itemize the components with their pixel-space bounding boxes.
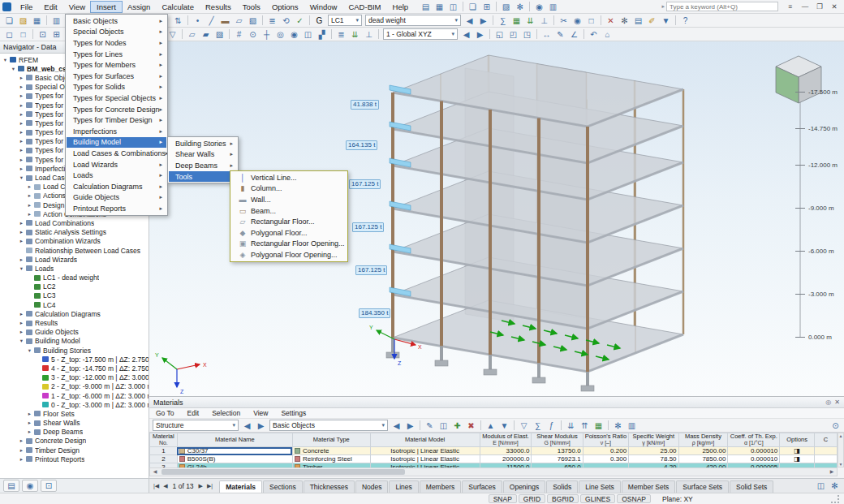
coordinate-system-select[interactable]: 1 - Global XYZ▾ [383, 28, 458, 40]
member-icon[interactable]: ▬ [218, 15, 232, 27]
tree-expander-icon[interactable]: ▸ [18, 157, 25, 163]
tree-expander-icon[interactable]: ▸ [18, 129, 25, 136]
tree-item-2-z-top-9-000-m-z-3-000-m[interactable]: 2 - Z_top: -9.000 m | ΔZ: 3.000 m [0, 382, 149, 391]
tree-item-lc1-dead-weight[interactable]: LC1 - dead weight [0, 274, 149, 282]
next-category-icon[interactable]: ▶ [403, 420, 417, 432]
tables-toggle-icon[interactable]: ▦ [433, 1, 446, 13]
insert-row-icon[interactable]: ✚ [450, 420, 464, 432]
cell-type[interactable]: Reinforcing Steel [292, 455, 370, 463]
tree-item-building-model[interactable]: ▾Building Model [0, 337, 149, 346]
tree-expander-icon[interactable]: ▾ [2, 57, 9, 63]
manage-views-icon[interactable]: ◉ [532, 1, 546, 13]
cell-alpha[interactable]: 0.000010 [728, 447, 780, 455]
cell-rho[interactable]: 2500.00 [678, 447, 728, 455]
materials-vertical-scrollbar[interactable]: ▲▼ [838, 433, 844, 467]
window-close-button[interactable]: ✕ [827, 1, 842, 12]
cell-opt[interactable]: ◨ [780, 455, 815, 463]
cell-type[interactable]: Concrete [292, 447, 370, 455]
window-minimize-button[interactable]: — [798, 1, 812, 12]
menu-item-types-for-special-objects[interactable]: Types for Special Objects▸ [67, 93, 166, 104]
model-check-icon[interactable]: ✓ [293, 15, 307, 27]
tree-expander-icon[interactable]: ▸ [26, 183, 33, 190]
menu-item-building-stories[interactable]: Building Stories▸ [169, 138, 237, 149]
cell-e[interactable]: 200000.0 [480, 455, 532, 463]
select-icon[interactable]: ◻ [2, 28, 16, 41]
delete-row-icon[interactable]: ✖ [464, 420, 478, 432]
print-table-icon[interactable]: ▥ [625, 420, 639, 432]
annotation-icon[interactable]: ✎ [553, 28, 567, 41]
copy-row-icon[interactable]: ◫ [437, 420, 450, 432]
materials-menu-settings[interactable]: Settings [274, 409, 312, 417]
menu-item-types-for-solids[interactable]: Types for Solids▸ [67, 82, 166, 93]
menubar-item-assign[interactable]: Assign [122, 2, 157, 12]
tree-item-1-z-top-6-000-m-z-3-000-m[interactable]: 1 - Z_top: -6.000 m | ΔZ: 3.000 m [0, 391, 149, 400]
full-model-view-icon[interactable]: ⌂ [601, 28, 614, 41]
materials-menu-view[interactable]: View [247, 409, 274, 417]
edit-row-icon[interactable]: ✎ [423, 420, 437, 432]
render-mode-icon[interactable]: ▨ [499, 1, 513, 13]
open-model-icon[interactable]: ▨ [16, 15, 30, 27]
panels-toggle-icon[interactable]: ◫ [446, 1, 460, 13]
tree-item-combination-wizards[interactable]: ▸Combination Wizards [0, 237, 149, 246]
menu-item-special-objects[interactable]: Special Objects▸ [67, 27, 166, 38]
tree-item-lc2[interactable]: LC2 [0, 282, 149, 291]
move-row-down-icon[interactable]: ▼ [497, 420, 511, 432]
tree-item-load-wizards[interactable]: ▸Load Wizards [0, 255, 149, 264]
regenerate-model-icon[interactable]: ⟲ [279, 15, 293, 27]
tree-expander-icon[interactable]: ▸ [18, 120, 25, 127]
workplane-xz-icon[interactable]: ◰ [506, 28, 520, 41]
menu-item-imperfections[interactable]: Imperfections▸ [67, 126, 166, 137]
tree-expander-icon[interactable]: ▾ [26, 347, 33, 354]
cell-rho[interactable]: 7850.00 [678, 455, 728, 463]
duplicate-window-icon[interactable]: ⊞ [480, 1, 493, 13]
status-toggle-bgrid[interactable]: BGRID [547, 494, 579, 503]
measure-icon[interactable]: ∠ [567, 28, 581, 41]
cell-model[interactable]: Isotropic | Linear Elastic [370, 447, 480, 455]
tree-expander-icon[interactable]: ▸ [18, 75, 25, 81]
section-cut-icon[interactable]: ✂ [557, 15, 571, 27]
export-table-icon[interactable]: ⇈ [578, 420, 592, 432]
show-results-icon[interactable]: ▦ [510, 15, 523, 27]
print-icon[interactable]: ▥ [50, 15, 63, 27]
tree-expander-icon[interactable]: ▸ [18, 147, 25, 153]
tree-expander-icon[interactable]: ▸ [18, 111, 25, 118]
import-table-icon[interactable]: ⇊ [564, 420, 578, 432]
menu-item-types-for-timber-design[interactable]: Types for Timber Design▸ [67, 114, 166, 126]
cell-e[interactable]: 33000.0 [480, 447, 532, 455]
tree-expander-icon[interactable]: ▸ [18, 456, 25, 463]
tree-item-results[interactable]: ▸Results [0, 318, 149, 327]
function-icon[interactable]: ƒ [545, 420, 558, 432]
grid-icon[interactable]: # [232, 28, 246, 41]
scrollbar-thumb[interactable] [161, 469, 405, 475]
resize-grip[interactable] [831, 495, 839, 503]
menu-item-basic-objects[interactable]: Basic Objects▸ [67, 15, 166, 27]
select-window-icon[interactable]: □ [16, 28, 30, 41]
status-toggle-snap[interactable]: SNAP [489, 494, 517, 503]
visibility-by-window-icon[interactable]: ◉ [287, 28, 301, 41]
cell-c[interactable] [814, 447, 837, 455]
menu-item-types-for-lines[interactable]: Types for Lines▸ [67, 49, 166, 60]
move-row-up-icon[interactable]: ▲ [484, 420, 497, 432]
node-icon[interactable]: • [191, 15, 205, 27]
tree-expander-icon[interactable]: ▸ [18, 329, 25, 335]
menubar-item-tools[interactable]: Tools [237, 2, 266, 12]
menu-item-types-for-surfaces[interactable]: Types for Surfaces▸ [67, 71, 166, 82]
tree-expander-icon[interactable]: ▸ [18, 437, 25, 444]
tree-expander-icon[interactable]: ▾ [18, 265, 25, 272]
scroll-left-icon[interactable]: ◀ [150, 468, 160, 476]
tree-item-concrete-design[interactable]: ▸Concrete Design [0, 437, 149, 446]
tree-expander-icon[interactable]: ▸ [18, 220, 25, 226]
clipping-box-icon[interactable]: □ [584, 15, 598, 27]
menu-item-rectangular-floor[interactable]: ▱Rectangular Floor... [231, 216, 347, 227]
status-toggle-grid[interactable]: GRID [519, 494, 545, 503]
tree-expander-icon[interactable]: ▸ [26, 211, 33, 218]
table-tab-lines[interactable]: Lines [389, 480, 418, 493]
table-category-select[interactable]: Basic Objects▾ [269, 420, 388, 431]
tree-expander-icon[interactable]: ▸ [18, 256, 25, 263]
new-window-icon[interactable]: ❏ [466, 1, 480, 13]
pager-prev-button[interactable]: ◀ [161, 483, 169, 489]
pager-last-button[interactable]: ▶| [205, 483, 214, 489]
cell-no[interactable]: 2 [150, 455, 178, 463]
new-model-icon[interactable]: ❏ [2, 15, 16, 27]
tree-item-lc4[interactable]: LC4 [0, 300, 149, 309]
